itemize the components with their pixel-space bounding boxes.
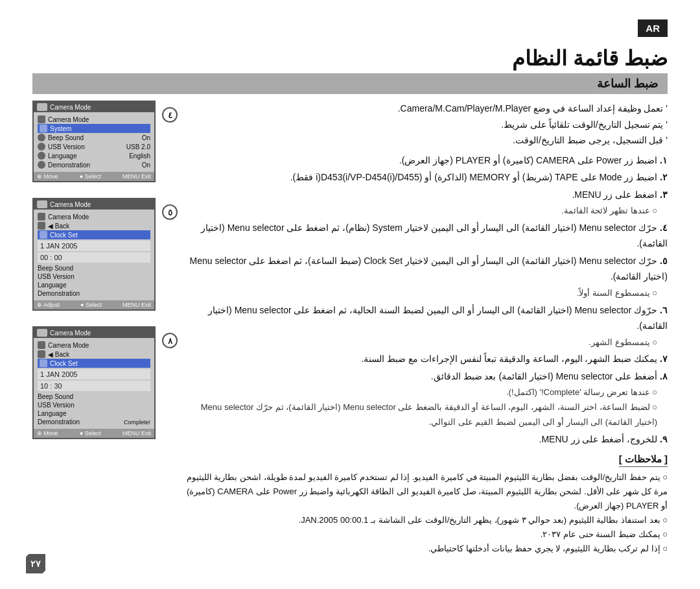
section-header: ضبط الساعة — [32, 73, 668, 94]
step-5: ٥. حرّك Menu selector (اختيار القائمة) ا… — [180, 253, 668, 301]
screen-badge-2: ٥ — [162, 204, 178, 220]
screen-body-1: Camera Mode System Beep Sound On — [34, 112, 154, 172]
intro-line-2: يتم تسجيل التاريخ/الوقت تلقائياً على شري… — [180, 117, 668, 133]
screen-row: Camera Mode — [38, 341, 150, 350]
intro-bullets: تعمل وظيفة إعداد الساعة في وضع Camera/M.… — [180, 101, 668, 149]
notes-title: [ ملاحظات ] — [619, 453, 668, 467]
screen-row: Demonstration — [38, 289, 150, 298]
screen-row: USB Version — [38, 272, 150, 281]
ar-badge: AR — [638, 19, 668, 37]
screen-body-2: Camera Mode ◀ Back Clock Set 1 JAN 2005 — [34, 210, 154, 300]
screens-column: ٤ Camera Mode Camera Mode System — [32, 101, 169, 451]
notes-text: ○ يتم حفظ التاريخ/الوقت بفضل بطارية اللي… — [180, 470, 668, 557]
screen-footer-1: ⊕ Move ● Select MENU Exit — [34, 172, 154, 181]
screen-row: Beep Sound — [38, 392, 150, 401]
intro-line-3: قبل التسجيل، يرجى ضبط التاريخ/الوقت. — [180, 132, 668, 149]
main-title: ضبط قائمة النظام — [32, 46, 668, 71]
screen-wrapper-1: ٤ Camera Mode Camera Mode System — [32, 101, 169, 182]
screen-row: Demonstration On — [38, 160, 150, 169]
content-area: تعمل وظيفة إعداد الساعة في وضع Camera/M.… — [32, 101, 668, 557]
screen-row: Language English — [38, 151, 150, 160]
screen-row: USB Version — [38, 401, 150, 409]
intro-line-1: تعمل وظيفة إعداد الساعة في وضع Camera/M.… — [180, 101, 668, 117]
screen-footer-2: ⊕ Adjust ● Select MENU Exit — [34, 300, 154, 309]
screen-title-bar-2: Camera Mode — [34, 199, 154, 210]
step-2: ٢. اضبط زر Mode على TAPE (شريط) أو MEMOR… — [180, 169, 668, 186]
screen-mockup-3: Camera Mode Camera Mode ◀ Back — [32, 326, 156, 439]
screen-row: Beep Sound — [38, 264, 150, 272]
date-time-row-3: 1 JAN 2005 — [38, 369, 150, 379]
screen-badge-3: ٨ — [162, 333, 178, 348]
screen-body-3: Camera Mode ◀ Back Clock Set 1 JAN 2005 — [34, 338, 154, 429]
screen-badge-1: ٤ — [162, 107, 178, 123]
screen-row: Camera Mode — [38, 115, 150, 124]
time-row-2: 00 : 00 — [38, 252, 150, 263]
time-row-3: 10 : 30 — [38, 381, 150, 391]
screen-wrapper-2: ٥ Camera Mode Camera Mode ◀ Back — [32, 198, 169, 311]
notes-section: [ ملاحظات ] ○ يتم حفظ التاريخ/الوقت بفضل… — [180, 453, 668, 557]
page: AR ضبط قائمة النظام ضبط الساعة تعمل وظيف… — [0, 0, 700, 589]
screen-row-highlight: Clock Set — [38, 359, 150, 368]
screen-title-bar-1: Camera Mode — [34, 102, 154, 112]
screen-row: ◀ Back — [38, 221, 150, 230]
date-time-row-2: 1 JAN 2005 — [38, 241, 150, 251]
screen-mockup-2: Camera Mode Camera Mode ◀ Back — [32, 198, 156, 311]
screen-row: Language — [38, 281, 150, 289]
screen-row: Demonstration Complete! — [38, 418, 150, 426]
step-6: ٦. حرّوك Menu selector (اختيار القائمة) … — [180, 302, 668, 350]
screen-row: Camera Mode — [38, 212, 150, 221]
step-3: ٣. اضغط على زر MENU. ○ عندها تظهر لائحة … — [180, 187, 668, 219]
step-8: ٨. أضغط على Menu selector (اختيار القائم… — [180, 368, 668, 430]
text-column: تعمل وظيفة إعداد الساعة في وضع Camera/M.… — [180, 101, 668, 557]
screen-row: Beep Sound On — [38, 133, 150, 142]
screen-footer-3: ⊕ Move ● Select MENU Exit — [34, 429, 154, 438]
screen-row: Language — [38, 409, 150, 418]
screen-wrapper-3: ٨ Camera Mode Camera Mode ◀ Back — [32, 326, 169, 439]
step-4: ٤. حرّك Menu selector (اختيار القائمة) ا… — [180, 220, 668, 252]
screen-mockup-1: Camera Mode Camera Mode System — [32, 101, 156, 182]
screen-row-highlight: Clock Set — [38, 230, 150, 239]
page-number: ٢٧ — [26, 554, 45, 573]
screen-row: USB Version USB 2.0 — [38, 142, 150, 151]
screen-row: ◀ Back — [38, 350, 150, 359]
screen-row-highlight: System — [38, 124, 150, 133]
step-9: ٩. للخروج، أضغط على زر MENU. — [180, 431, 668, 448]
steps-list: ١. اضبط زر Power على CAMERA (كاميرة) أو … — [180, 152, 668, 448]
step-1: ١. اضبط زر Power على CAMERA (كاميرة) أو … — [180, 152, 668, 169]
screen-title-bar-3: Camera Mode — [34, 328, 154, 338]
step-7: ٧. يمكنك ضبط الشهر، اليوم، الساعة والدقي… — [180, 351, 668, 367]
